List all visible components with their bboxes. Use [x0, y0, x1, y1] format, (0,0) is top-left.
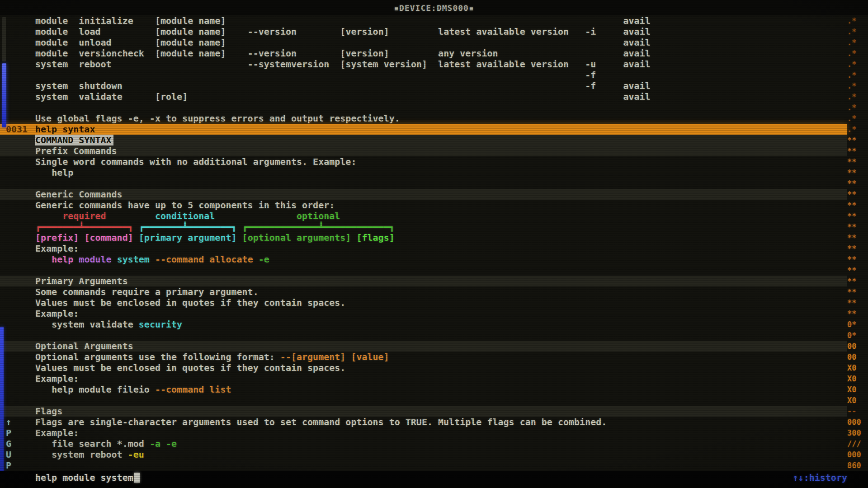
- device-title: ▪DEVICE:DMS000▪: [394, 3, 474, 13]
- line-content: Generic Commands: [35, 189, 847, 200]
- line-gutter: [0, 297, 35, 308]
- line-right-marker: **: [847, 232, 868, 243]
- line-right-marker: **: [847, 286, 868, 297]
- line-right-marker: .*: [847, 113, 868, 124]
- line-right-marker: X0: [847, 384, 868, 395]
- line-content: Optional arguments use the following for…: [35, 352, 847, 362]
- line-right-marker: **: [847, 189, 868, 200]
- terminal-line: Flags--: [0, 406, 868, 417]
- line-content: Values must be enclosed in quotes if the…: [35, 297, 847, 308]
- line-gutter: [0, 395, 35, 406]
- terminal-line: Optional arguments use the following for…: [0, 352, 868, 362]
- line-content: module load [module name] --version [ver…: [35, 26, 847, 37]
- line-content: COMMAND SYNTAX: [35, 135, 847, 145]
- line-content: Optional Arguments: [35, 341, 847, 352]
- line-gutter: [0, 145, 35, 156]
- line-content: Flags are single-character arguments use…: [35, 417, 847, 427]
- terminal-line: Values must be enclosed in quotes if the…: [0, 297, 868, 308]
- line-right-marker: 0*: [847, 319, 868, 330]
- terminal-line-selected[interactable]: 0031help syntax.*: [0, 124, 868, 135]
- line-gutter: [0, 254, 35, 265]
- terminal-line: [prefix] [command] [primary argument] [o…: [0, 232, 868, 243]
- line-gutter: P: [0, 460, 35, 471]
- terminal-line: module load [module name] --version [ver…: [0, 26, 868, 37]
- line-content: module initialize [module name] avail: [35, 15, 847, 26]
- terminal-line: Values must be enclosed in quotes if the…: [0, 362, 868, 373]
- line-right-marker: **: [847, 265, 868, 276]
- terminal-line: COMMAND SYNTAX**: [0, 135, 868, 145]
- terminal-line: Optional Arguments00: [0, 341, 868, 352]
- line-right-marker: **: [847, 135, 868, 145]
- terminal-line: system validate [role] avail.*: [0, 91, 868, 102]
- line-right-marker: **: [847, 221, 868, 232]
- scrollbar-thumb-lower[interactable]: [0, 327, 4, 475]
- terminal-lines[interactable]: module initialize [module name] avail.*m…: [0, 15, 868, 471]
- line-right-marker: **: [847, 156, 868, 167]
- line-right-marker: .*: [847, 37, 868, 48]
- terminal-line: help**: [0, 167, 868, 178]
- terminal-line: U system reboot -eu000: [0, 449, 868, 460]
- line-content: ┏━━━━━━━┻━━━━━━━━┓ ┏━━━━━━━┻━━━━━━━━┓ ┏━…: [35, 221, 847, 232]
- line-right-marker: **: [847, 254, 868, 265]
- line-content: Some commands require a primary argument…: [35, 286, 847, 297]
- line-gutter: [0, 156, 35, 167]
- line-content: system reboot -eu: [35, 449, 847, 460]
- line-right-marker: --: [847, 406, 868, 417]
- line-gutter: [0, 189, 35, 200]
- terminal-line: Prefix Commands**: [0, 145, 868, 156]
- terminal-line: help module system --command allocate -e…: [0, 254, 868, 265]
- line-right-marker: **: [847, 145, 868, 156]
- scroll-track-segment: [2, 17, 6, 61]
- terminal-line: -f.*: [0, 70, 868, 80]
- line-right-marker: **: [847, 276, 868, 286]
- command-input-row[interactable]: help module system ↑↓:history: [0, 471, 868, 484]
- line-right-marker: 000: [847, 449, 868, 460]
- terminal-line: Primary Arguments**: [0, 276, 868, 286]
- line-gutter: [0, 362, 35, 373]
- terminal-line: Single word commands with no additional …: [0, 156, 868, 167]
- line-right-marker: .*: [847, 91, 868, 102]
- line-right-marker: 00: [847, 341, 868, 352]
- line-gutter: [0, 221, 35, 232]
- line-right-marker: 860: [847, 460, 868, 471]
- terminal-line: Use global flags -e, -x to suppress erro…: [0, 113, 868, 124]
- line-right-marker: .*: [847, 26, 868, 37]
- line-content: system validate security: [35, 319, 847, 330]
- line-right-marker: .*: [847, 48, 868, 59]
- line-right-marker: **: [847, 200, 868, 211]
- terminal-line: .*: [0, 102, 868, 113]
- command-input-text[interactable]: help module system: [0, 472, 133, 483]
- line-gutter: [0, 373, 35, 384]
- terminal-line: X0: [0, 395, 868, 406]
- terminal-line: PExample:300: [0, 427, 868, 438]
- line-right-marker: 000: [847, 417, 868, 427]
- line-content: Single word commands with no additional …: [35, 156, 847, 167]
- line-right-marker: .*: [847, 80, 868, 91]
- terminal-line: module versioncheck [module name] --vers…: [0, 48, 868, 59]
- line-content: help module fileio --command list: [35, 384, 847, 395]
- line-content: [35, 265, 847, 276]
- terminal-line: system validate security0*: [0, 319, 868, 330]
- line-right-marker: .*: [847, 102, 868, 113]
- line-gutter: [0, 330, 35, 341]
- line-right-marker: .*: [847, 59, 868, 70]
- line-gutter: [0, 352, 35, 362]
- line-gutter: G: [0, 438, 35, 449]
- line-gutter: [0, 319, 35, 330]
- terminal-line: 0*: [0, 330, 868, 341]
- line-content: module versioncheck [module name] --vers…: [35, 48, 847, 59]
- terminal-line: G file search *.mod -a -e///: [0, 438, 868, 449]
- scrollbar-thumb-upper[interactable]: [2, 63, 6, 127]
- line-gutter: [0, 211, 35, 221]
- line-right-marker: X0: [847, 362, 868, 373]
- line-content: Generic commands have up to 5 components…: [35, 200, 847, 211]
- terminal-screen: ▪DEVICE:DMS000▪ module initialize [modul…: [0, 0, 868, 488]
- terminal-line: **: [0, 265, 868, 276]
- terminal-line: Example:X0: [0, 373, 868, 384]
- line-content: [35, 395, 847, 406]
- terminal-line: required conditional optional**: [0, 211, 868, 221]
- terminal-line: system shutdown -f avail.*: [0, 80, 868, 91]
- line-right-marker: **: [847, 167, 868, 178]
- terminal-line: ┏━━━━━━━┻━━━━━━━━┓ ┏━━━━━━━┻━━━━━━━━┓ ┏━…: [0, 221, 868, 232]
- line-content: -f: [35, 70, 847, 80]
